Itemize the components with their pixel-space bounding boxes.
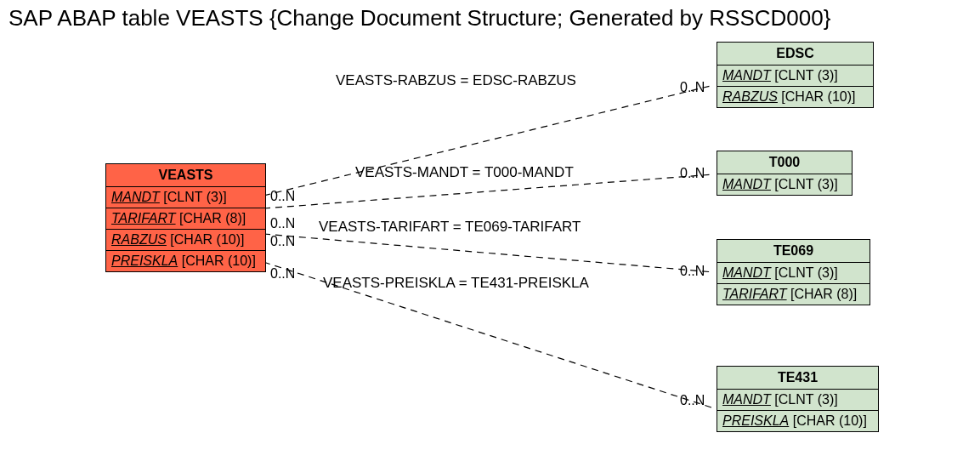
entity-te431-field: MANDT [CLNT (3)]: [717, 390, 878, 411]
page-title: SAP ABAP table VEASTS {Change Document S…: [8, 5, 830, 31]
entity-te069-title: TE069: [717, 240, 870, 263]
relation-label-te069: VEASTS-TARIFART = TE069-TARIFART: [319, 219, 581, 236]
entity-edsc: EDSC MANDT [CLNT (3)] RABZUS [CHAR (10)]: [717, 42, 874, 108]
entity-te431-field: PREISKLA [CHAR (10)]: [717, 411, 878, 431]
card-left-l1: 0..N: [270, 189, 295, 204]
card-right-l4: 0..N: [680, 393, 705, 408]
entity-veasts-field: PREISKLA [CHAR (10)]: [106, 251, 265, 271]
entity-veasts-field: TARIFART [CHAR (8)]: [106, 208, 265, 230]
entity-t000-field: MANDT [CLNT (3)]: [717, 174, 852, 195]
entity-veasts-field: RABZUS [CHAR (10)]: [106, 230, 265, 251]
card-left-l2: 0..N: [270, 216, 295, 231]
card-right-l3: 0..N: [680, 264, 705, 279]
entity-t000-title: T000: [717, 151, 852, 174]
card-right-l2: 0..N: [680, 166, 705, 181]
entity-edsc-title: EDSC: [717, 43, 873, 65]
entity-te069-field: MANDT [CLNT (3)]: [717, 263, 870, 284]
entity-edsc-field: RABZUS [CHAR (10)]: [717, 87, 873, 107]
relation-label-edsc: VEASTS-RABZUS = EDSC-RABZUS: [336, 72, 576, 89]
entity-t000: T000 MANDT [CLNT (3)]: [717, 151, 853, 196]
entity-edsc-field: MANDT [CLNT (3)]: [717, 65, 873, 87]
entity-veasts-field: MANDT [CLNT (3)]: [106, 187, 265, 208]
card-right-l1: 0..N: [680, 80, 705, 95]
relation-label-t000: VEASTS-MANDT = T000-MANDT: [355, 164, 574, 181]
entity-te069-field: TARIFART [CHAR (8)]: [717, 284, 870, 305]
card-left-l4: 0..N: [270, 266, 295, 282]
entity-veasts: VEASTS MANDT [CLNT (3)] TARIFART [CHAR (…: [105, 163, 266, 272]
entity-te431-title: TE431: [717, 367, 878, 390]
card-left-l3: 0..N: [270, 234, 295, 249]
entity-te069: TE069 MANDT [CLNT (3)] TARIFART [CHAR (8…: [717, 239, 870, 305]
entity-veasts-title: VEASTS: [106, 164, 265, 187]
relation-label-te431: VEASTS-PREISKLA = TE431-PREISKLA: [323, 275, 589, 292]
svg-line-2: [263, 234, 714, 272]
entity-te431: TE431 MANDT [CLNT (3)] PREISKLA [CHAR (1…: [717, 366, 879, 432]
